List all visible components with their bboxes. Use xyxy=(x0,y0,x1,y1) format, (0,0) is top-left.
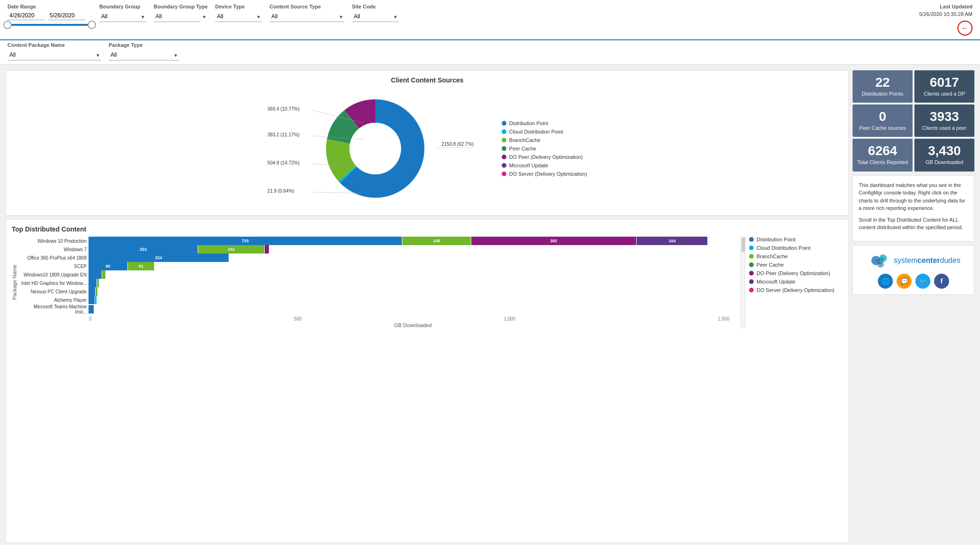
stat-total-clients-number: 6264 xyxy=(868,144,897,157)
social-icons: 🌐 💬 🐦 f xyxy=(878,274,949,289)
bar-segment-0-2: 382 xyxy=(471,237,636,245)
date-range-group: Date Range xyxy=(7,4,92,26)
site-code-label: Site Code xyxy=(352,4,399,9)
legend-label-do-peer: DO Peer (Delivery Optimization) xyxy=(509,154,583,160)
chat-icon-btn[interactable]: 💬 xyxy=(897,274,912,289)
donut-wrapper: 369.4 (10.77%) 383.2 (11.17%) 504.9 (14.… xyxy=(267,88,492,209)
bar-segment-7-1 xyxy=(95,296,97,304)
bar-legend-branchcache: BranchCache xyxy=(749,254,843,259)
legend-label-do-server: DO Server (Delivery Optimization) xyxy=(509,171,587,177)
bar-row-bars-0: 725158382164 xyxy=(89,237,737,245)
stat-dp-number: 22 xyxy=(875,76,890,89)
stat-dp-label: Distribution Points xyxy=(862,91,904,97)
bar-rows-container: Windows 10 Production725158382164Windows… xyxy=(21,237,737,314)
legend-label-peer-cache: Peer Cache xyxy=(509,146,536,151)
content-package-name-label: Content Package Name xyxy=(7,42,101,48)
back-button[interactable]: ← xyxy=(958,21,973,36)
bar-legend-dp: Distribution Point xyxy=(749,237,843,242)
bar-row-bars-6 xyxy=(89,287,737,296)
content-package-name-filter: Content Package Name All xyxy=(7,42,101,60)
bar-chart-scrollbar[interactable] xyxy=(741,237,745,328)
content-source-type-select[interactable]: All xyxy=(269,11,344,22)
bar-row-bars-5 xyxy=(89,279,737,287)
bar-row-8: Microsoft Teams Machine Inst... xyxy=(21,304,737,314)
date-from-input[interactable] xyxy=(7,11,45,20)
legend-label-cloud-dp: Cloud Distribution Point xyxy=(509,129,563,134)
bar-legend-label-dp: Distribution Point xyxy=(757,237,795,242)
bar-segment-7-0 xyxy=(89,296,95,304)
boundary-group-type-filter: Boundary Group Type All xyxy=(154,4,208,22)
globe-icon-btn[interactable]: 🌐 xyxy=(878,274,893,289)
scrollbar-thumb xyxy=(742,238,745,252)
stat-peer-cache: 0 Peer Cache sources xyxy=(853,105,913,137)
package-type-select[interactable]: All xyxy=(109,50,179,60)
x-tick-1500: 1,500 xyxy=(718,316,729,321)
stat-clients-peer: 3933 Clients used a peer xyxy=(914,105,974,137)
logo-area: systemcenterdudes 🌐 💬 🐦 f xyxy=(853,245,974,295)
bar-row-bars-3: 9061 xyxy=(89,262,737,270)
bar-legend-dot-do-server xyxy=(749,288,754,292)
logo-text-3: dudes xyxy=(940,256,961,264)
bar-row-label-3: SCEP xyxy=(21,264,87,269)
logo-text-1: system xyxy=(894,256,918,264)
bar-segment-1-2 xyxy=(265,245,269,254)
bar-segment-4-0 xyxy=(89,270,102,279)
stat-distribution-points: 22 Distribution Points xyxy=(853,70,913,103)
site-code-select[interactable]: All xyxy=(352,11,399,22)
bar-chart-legend: Distribution Point Cloud Distribution Po… xyxy=(749,237,843,328)
bar-row-7: Alchemy Player xyxy=(21,296,737,304)
content-source-type-filter: Content Source Type All xyxy=(269,4,344,22)
stat-clients-peer-number: 3933 xyxy=(930,110,959,123)
legend-item-ms-update: Microsoft Update xyxy=(502,163,587,168)
bar-chart-card: Top Distributed Content Package Name Win… xyxy=(6,219,849,543)
device-type-select[interactable]: All xyxy=(215,11,262,22)
info-text-2: Scroll in the Top Distributed Content fo… xyxy=(859,216,968,231)
bar-row-5: Intel HD Graphics for Window... xyxy=(21,279,737,287)
stat-clients-dp-label: Clients used a DP xyxy=(924,91,965,97)
stat-clients-peer-label: Clients used a peer xyxy=(922,125,967,131)
legend-item-cloud-dp: Cloud Distribution Point xyxy=(502,129,587,134)
content-package-name-select[interactable]: All xyxy=(7,50,101,60)
bar-segment-3-0: 90 xyxy=(89,262,127,270)
slider-thumb-right[interactable] xyxy=(88,21,96,29)
stat-gb-number: 3,430 xyxy=(928,144,961,157)
bar-segment-8-0 xyxy=(89,305,94,314)
date-slider[interactable] xyxy=(7,24,92,26)
legend-label-branchcache: BranchCache xyxy=(509,137,541,143)
legend-item-dp: Distribution Point xyxy=(502,120,587,126)
top-bar: Date Range Boundary Group All Boundary G… xyxy=(0,0,980,40)
bar-row-4: Windows10 1809 Upgrade EN xyxy=(21,270,737,279)
bar-row-6: Nessus PC Client Upgrade xyxy=(21,287,737,296)
svg-line-3 xyxy=(312,192,361,193)
legend-dot-do-server xyxy=(502,172,506,176)
boundary-group-type-select[interactable]: All xyxy=(154,11,200,22)
last-updated-label: Last Updated xyxy=(940,4,973,9)
info-box: This dashboard matches what you see in t… xyxy=(853,175,974,241)
bar-row-label-5: Intel HD Graphics for Window... xyxy=(21,281,87,286)
filters-row2: Content Package Name All Package Type Al… xyxy=(0,40,980,65)
boundary-group-label: Boundary Group xyxy=(99,4,146,9)
bar-legend-dot-dp xyxy=(749,237,754,242)
bar-legend-label-peer-cache: Peer Cache xyxy=(757,262,784,268)
logo-text: systemcenterdudes xyxy=(894,256,960,265)
bar-row-label-1: Windows 7 xyxy=(21,247,87,252)
twitter-icon-btn[interactable]: 🐦 xyxy=(915,274,930,289)
bar-chart-scroll[interactable]: Windows 10 Production725158382164Windows… xyxy=(21,237,737,314)
info-text-1: This dashboard matches what you see in t… xyxy=(859,181,968,212)
legend-item-branchcache: BranchCache xyxy=(502,137,587,143)
legend-dot-peer-cache xyxy=(502,146,506,151)
bar-row-label-8: Microsoft Teams Machine Inst... xyxy=(21,304,87,314)
slider-thumb-left[interactable] xyxy=(3,21,12,29)
bar-row-label-6: Nessus PC Client Upgrade xyxy=(21,289,87,294)
bar-legend-label-branchcache: BranchCache xyxy=(757,254,788,259)
facebook-icon-btn[interactable]: f xyxy=(934,274,949,289)
bar-legend-dot-cloud-dp xyxy=(749,246,754,250)
bar-row-label-7: Alchemy Player xyxy=(21,298,87,303)
bar-legend-label-ms-update: Microsoft Update xyxy=(757,279,795,284)
svg-line-1 xyxy=(312,136,364,139)
donut-chart-card: Client Content Sources 369.4 (10.77%) 38… xyxy=(6,70,849,216)
bar-chart-main: Package Name Windows 10 Production725158… xyxy=(12,237,843,328)
date-to-input[interactable] xyxy=(48,11,85,20)
boundary-group-select[interactable]: All xyxy=(99,11,146,22)
svg-line-2 xyxy=(312,164,361,165)
